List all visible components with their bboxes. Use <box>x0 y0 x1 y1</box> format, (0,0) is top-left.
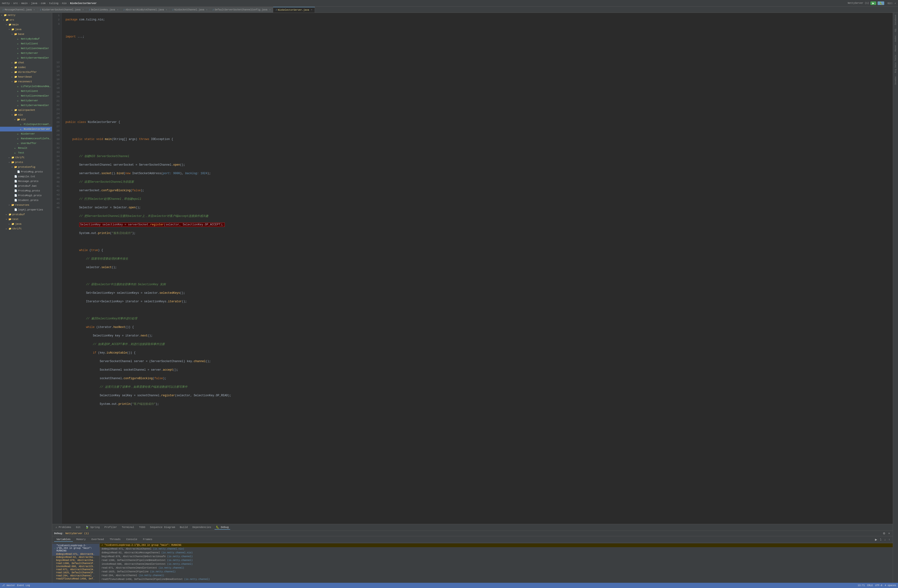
gutter-bigdata[interactable]: Big Data Tools <box>894 54 897 74</box>
breadcrumb-netty[interactable]: netty <box>2 2 10 5</box>
tab-dependencies[interactable]: Dependencies <box>191 525 213 530</box>
close-icon[interactable]: × <box>311 9 312 11</box>
tree-netty-client-handler-r[interactable]: ☕ NettyClientHandler <box>0 94 52 98</box>
tab-sequence[interactable]: Sequence Diagram <box>149 525 177 530</box>
tree-nio-dir[interactable]: 📂 nio <box>0 112 52 117</box>
breadcrumb-src[interactable]: src <box>13 2 18 5</box>
tree-netty-bytebuf[interactable]: ☕ NettyByteBuf <box>0 37 52 41</box>
debug-tab-threads[interactable]: Threads <box>107 537 123 542</box>
tree-netty-server-handler-r[interactable]: ☕ NettyServerHandler <box>0 103 52 108</box>
close-icon[interactable]: × <box>117 9 118 11</box>
close-icon[interactable]: × <box>34 9 35 11</box>
breadcrumb-main[interactable]: main <box>22 2 28 5</box>
tree-reconnect[interactable]: 📂 reconnect <box>0 79 52 84</box>
tab-nio-selector-server[interactable]: J NioSelectorServer.java × <box>273 7 315 12</box>
breadcrumb-nio[interactable]: nio <box>62 2 67 5</box>
tree-splitpacket[interactable]: 📁 splitpacket <box>0 108 52 112</box>
tree-nio-selector-server[interactable]: ☕ NioSelectorServer <box>0 127 52 132</box>
code-content[interactable]: package com.tuling.nio; import ...; publ… <box>62 13 893 524</box>
tree-netty-client-r[interactable]: ☕ NettyClient <box>0 89 52 94</box>
gutter-javadoc[interactable]: Javadoc <box>894 75 897 86</box>
stack-frame-4[interactable]: invokeRead:686, AbstractChannelHandlerCo… <box>52 565 100 568</box>
debug-tab-frames[interactable]: Frames <box>140 537 155 542</box>
stack-frame-2[interactable]: beginRead:878, AbstractChannel$AbstractU… <box>52 559 100 562</box>
tree-codec[interactable]: 📁 codec <box>0 65 52 70</box>
close-icon[interactable]: × <box>269 9 271 11</box>
tab-build[interactable]: Build <box>178 525 189 530</box>
tab-selection-key[interactable]: J SelectionKey.java × <box>86 7 121 12</box>
event-log-button[interactable]: Event Log <box>17 584 30 587</box>
tree-main[interactable]: 📁 main <box>0 22 52 27</box>
tree-chat[interactable]: 📁 chat <box>0 60 52 65</box>
debug-tab-memory[interactable]: Memory <box>74 537 88 542</box>
tree-netty-client[interactable]: ☕ NettyClient <box>0 41 52 46</box>
tree-thrift-dir[interactable]: 📁 thrift <box>0 226 52 231</box>
debug-settings-button[interactable]: ⚙ <box>882 531 886 536</box>
gutter-database[interactable]: Database <box>894 14 897 26</box>
tree-old[interactable]: 📂 old <box>0 117 52 122</box>
gutter-sql[interactable]: SQL <box>894 27 897 33</box>
breadcrumb-file[interactable]: NioSelectorServer <box>70 2 97 5</box>
step-over-button[interactable]: ⤵ <box>879 537 882 542</box>
tree-thrift[interactable]: 📁 thrift <box>0 155 52 160</box>
breadcrumb-java[interactable]: java <box>31 2 37 5</box>
tab-profiler[interactable]: Profiler <box>103 525 118 530</box>
tree-nioserver[interactable]: ☕ NioServer <box>0 132 52 136</box>
tree-protoconfig[interactable]: 📂 protoConfig <box>0 165 52 169</box>
debug-tab-variables[interactable]: Variables <box>54 537 73 542</box>
gutter-maven[interactable]: Maven <box>894 44 897 52</box>
tab-git[interactable]: Git <box>74 525 82 530</box>
stack-frame-8[interactable]: readIfIsAutoRead:1450, DefaultChannelPip… <box>52 577 100 580</box>
tab-abstract-nio[interactable]: J AbstractNioByteChannel.java × <box>121 7 170 12</box>
close-icon[interactable]: × <box>206 9 208 11</box>
tree-src[interactable]: 📁 src <box>0 18 52 22</box>
resume-button[interactable]: ▶ <box>874 537 878 542</box>
tree-protomsg3[interactable]: 📄 ProtoMsg3.proto <box>0 193 52 198</box>
tree-message-proto[interactable]: 📄 Message.proto <box>0 179 52 184</box>
tree-resources[interactable]: 📂 resources <box>0 203 52 207</box>
stack-frame-1[interactable]: doBeginRead:62, AbstractNioMessageChanne… <box>52 556 100 559</box>
stack-frame-0[interactable]: doBeginRead:471, AbstractNioChannel (io.… <box>52 553 100 556</box>
gutter-godot[interactable]: Godot <box>894 34 897 43</box>
tab-problems[interactable]: ⚠ Problems <box>54 525 72 530</box>
stack-frame-5[interactable]: read:671, AbstractChannelHandlerContext … <box>52 568 100 571</box>
tab-debug[interactable]: 🐛 Debug <box>215 525 230 530</box>
tree-netty-server-handler[interactable]: ☕ NettyServerHandler <box>0 55 52 60</box>
stack-frame-6[interactable]: read:1025, DefaultChannelPipeline (io.ne… <box>52 571 100 574</box>
tree-compile-txt[interactable]: 📄 compile.txt <box>0 174 52 179</box>
tree-protomsg-proto[interactable]: 📄 ProtoMsg.proto <box>0 169 52 174</box>
close-icon[interactable]: × <box>82 9 83 11</box>
stack-frame-7[interactable]: read:294, AbstractChannel (io.netty.chan… <box>52 574 100 577</box>
tree-netty-server[interactable]: ☕ NettyServer <box>0 51 52 55</box>
tree-netty-server-r[interactable]: ☕ NettyServer <box>0 98 52 103</box>
breadcrumb-tuling[interactable]: tuling <box>49 2 58 5</box>
tree-protomsg2[interactable]: 📄 ProtoMsg.proto <box>0 189 52 193</box>
tree-directbuffer[interactable]: 📁 directbuffer <box>0 70 52 75</box>
debug-button[interactable]: 🐛 <box>878 2 884 5</box>
tree-base[interactable]: 📂 base <box>0 32 52 37</box>
tab-nio-socket[interactable]: J NioSocketChannel.java × <box>170 7 210 12</box>
tree-userbuffer[interactable]: ☕ UserBuffer <box>0 141 52 146</box>
tree-student-proto[interactable]: 📄 Student.proto <box>0 198 52 203</box>
thread-item-main[interactable]: ✓ "nioEventLoopGroup-2-1"@1,263 in group… <box>52 544 100 553</box>
tab-nio-server-socket[interactable]: J NioServerSocketChannel.java × <box>37 7 86 12</box>
tree-result[interactable]: ☕ Result <box>0 146 52 150</box>
tab-message-channel[interactable]: J MessageChannel.java × <box>0 7 37 12</box>
git-branch-label[interactable]: master <box>7 584 15 587</box>
tree-protobuf[interactable]: 📁 protobuf <box>0 212 52 217</box>
tree-java-test[interactable]: 📁 java <box>0 222 52 226</box>
tree-randomaccess[interactable]: ☕ RandomAccessFileTest <box>0 136 52 141</box>
close-icon[interactable]: × <box>166 9 167 11</box>
run-button[interactable]: ▶ <box>870 2 876 5</box>
tab-terminal[interactable]: Terminal <box>120 525 136 530</box>
tree-test-dir[interactable]: 📂 test <box>0 217 52 222</box>
stack-frame-3[interactable]: read:1390, DefaultChannelPipeline$HeadCo… <box>52 562 100 565</box>
tree-proto[interactable]: 📂 proto <box>0 160 52 165</box>
tree-protobuf-bat[interactable]: 📄 protobuf.bat <box>0 184 52 189</box>
tab-todo[interactable]: TODO <box>138 525 147 530</box>
debug-tab-overhead[interactable]: Overhead <box>89 537 106 542</box>
debug-close-button[interactable]: × <box>887 531 891 536</box>
tree-heartbeat[interactable]: 📁 heartbeat <box>0 75 52 79</box>
tree-lifecycle[interactable]: ☕ LifeCycleInBoundHandler <box>0 84 52 89</box>
tree-netty-client-handler[interactable]: ☕ NettyClientHandler <box>0 46 52 51</box>
